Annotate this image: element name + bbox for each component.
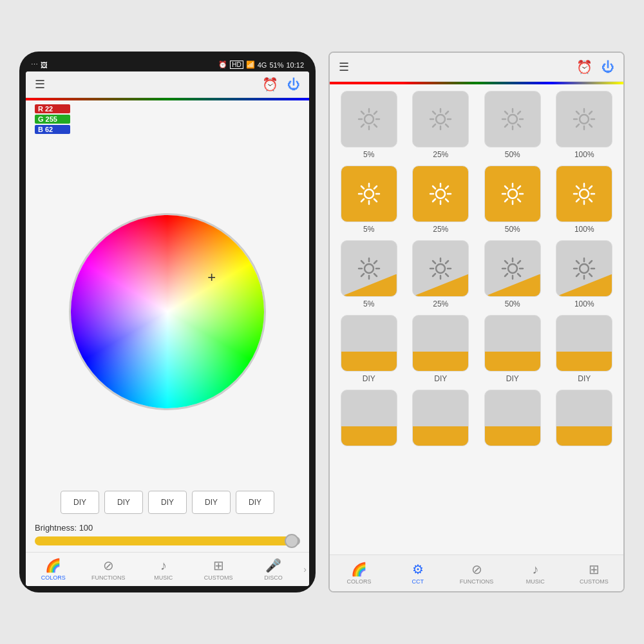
diy-button-4[interactable]: DIY	[192, 491, 231, 514]
functions-icon-right: ⊘	[471, 562, 482, 577]
gold-tile-5[interactable]	[341, 166, 397, 222]
nav-functions[interactable]: ⊘ FUNCTIONS	[80, 555, 135, 583]
svg-point-90	[508, 264, 517, 273]
nav-customs[interactable]: ⊞ CUSTOMS	[191, 555, 245, 583]
diy-tile-7[interactable]	[484, 390, 541, 446]
diy-tile-2[interactable]	[412, 315, 469, 372]
cct-diy-item[interactable]	[552, 390, 618, 446]
gray-tile-5[interactable]	[341, 91, 397, 147]
cct-item[interactable]: 100%	[552, 166, 618, 234]
nav-music[interactable]: ♪ MUSIC	[136, 556, 191, 583]
right-nav-functions[interactable]: ⊘ FUNCTIONS	[447, 558, 506, 589]
svg-line-59	[505, 186, 507, 189]
cct-diy-item[interactable]: DIY	[480, 315, 545, 383]
diy-button-5[interactable]: DIY	[236, 491, 274, 514]
split-tile-100[interactable]	[556, 240, 612, 297]
svg-line-53	[433, 199, 435, 202]
power-icon-right[interactable]: ⏻	[601, 60, 614, 75]
cct-label: 100%	[574, 150, 594, 159]
cct-item[interactable]: 50%	[480, 91, 545, 159]
color-wheel[interactable]: +	[71, 215, 264, 408]
diy-button-2[interactable]: DIY	[104, 491, 143, 514]
customs-icon: ⊞	[213, 558, 224, 573]
power-icon[interactable]: ⏻	[287, 77, 300, 92]
svg-line-43	[374, 186, 377, 189]
brightness-slider[interactable]	[35, 536, 300, 545]
svg-line-62	[505, 199, 507, 202]
gray-tile-100[interactable]	[556, 91, 612, 147]
gold-tile-100[interactable]	[556, 166, 612, 222]
right-nav-music[interactable]: ♪ MUSIC	[506, 558, 565, 589]
svg-line-87	[446, 274, 448, 276]
cct-item[interactable]: 25%	[408, 166, 474, 234]
svg-line-7	[374, 111, 377, 114]
alarm-icon-right[interactable]: ⏰	[576, 59, 592, 75]
gold-tile-50[interactable]	[484, 166, 541, 222]
diy-tile-5[interactable]	[341, 390, 397, 446]
right-nav-functions-label: FUNCTIONS	[460, 578, 494, 585]
cct-item[interactable]: 100%	[552, 240, 618, 308]
split-tile-5[interactable]	[341, 240, 397, 297]
brightness-thumb[interactable]	[285, 534, 299, 548]
hamburger-icon-right[interactable]: ☰	[339, 60, 349, 74]
gold-tile-25[interactable]	[412, 166, 469, 222]
cct-diy-item[interactable]: DIY	[408, 315, 474, 383]
svg-line-78	[374, 274, 377, 276]
sun-icon	[357, 182, 381, 205]
diy-button-1[interactable]: DIY	[61, 491, 99, 514]
cct-item[interactable]: 5%	[336, 240, 402, 308]
diy-tile-6[interactable]	[412, 390, 469, 446]
nav-colors-label: COLORS	[41, 574, 66, 581]
battery-icon: 51%	[269, 61, 283, 69]
diy-tile-label: DIY	[363, 374, 375, 383]
right-nav-cct[interactable]: ⚙ CCT	[388, 558, 447, 589]
diy-tile-8[interactable]	[556, 390, 612, 446]
svg-line-69	[589, 199, 592, 202]
clock-icon: ⏰	[218, 61, 227, 69]
cct-label: 100%	[574, 299, 594, 308]
cct-item[interactable]: 5%	[336, 91, 402, 159]
cct-scroll[interactable]: 5%	[330, 84, 623, 554]
svg-line-107	[576, 274, 579, 276]
cct-item[interactable]: 100%	[552, 91, 618, 159]
cct-diy-item[interactable]: DIY	[336, 315, 402, 383]
gray-tile-50[interactable]	[484, 91, 541, 147]
svg-line-50	[433, 186, 435, 189]
right-nav-colors[interactable]: 🌈 COLORS	[330, 558, 388, 589]
svg-line-44	[361, 199, 364, 202]
cct-diy-item[interactable]: DIY	[552, 315, 618, 383]
svg-line-14	[433, 111, 435, 114]
color-wheel-area[interactable]: +	[26, 138, 309, 486]
cct-item[interactable]: 25%	[408, 240, 474, 308]
diy-tile-3[interactable]	[484, 315, 541, 372]
gray-tile-25[interactable]	[412, 91, 469, 147]
cct-item[interactable]: 50%	[480, 166, 545, 234]
music-icon: ♪	[160, 558, 167, 573]
split-tile-25[interactable]	[412, 240, 469, 297]
cct-item[interactable]: 5%	[336, 166, 402, 234]
diy-tile-1[interactable]	[341, 315, 397, 372]
customs-icon-right: ⊞	[589, 562, 600, 577]
nav-colors[interactable]: 🌈 COLORS	[26, 555, 80, 583]
alarm-icon[interactable]: ⏰	[262, 77, 278, 92]
bottom-nav-right: 🌈 COLORS ⚙ CCT ⊘ FUNCTIONS ♪ MUSIC ⊞	[330, 554, 623, 591]
cct-diy-item[interactable]	[336, 390, 402, 446]
sun-icon	[429, 257, 452, 280]
hamburger-icon[interactable]: ☰	[35, 77, 45, 91]
rgb-labels: R 22 G 255 B 62	[26, 100, 309, 138]
cct-item[interactable]: 50%	[480, 240, 545, 308]
left-screen: ☰ ⏰ ⏻ R 22 G 255 B 62 + DIY DIY DIY	[26, 71, 309, 586]
diy-tile-4[interactable]	[556, 315, 612, 372]
cct-diy-item[interactable]	[480, 390, 545, 446]
right-nav-customs[interactable]: ⊞ CUSTOMS	[565, 558, 623, 589]
right-screen: ☰ ⏰ ⏻	[330, 53, 623, 591]
svg-line-6	[374, 124, 377, 127]
nav-disco[interactable]: 🎤 DISCO	[246, 555, 301, 583]
split-tile-50[interactable]	[484, 240, 541, 297]
cct-label: 100%	[574, 225, 594, 234]
rgb-g-label: G 255	[35, 115, 70, 124]
svg-line-70	[589, 186, 592, 189]
cct-item[interactable]: 25%	[408, 91, 474, 159]
diy-button-3[interactable]: DIY	[148, 491, 187, 514]
cct-diy-item[interactable]	[408, 390, 474, 446]
